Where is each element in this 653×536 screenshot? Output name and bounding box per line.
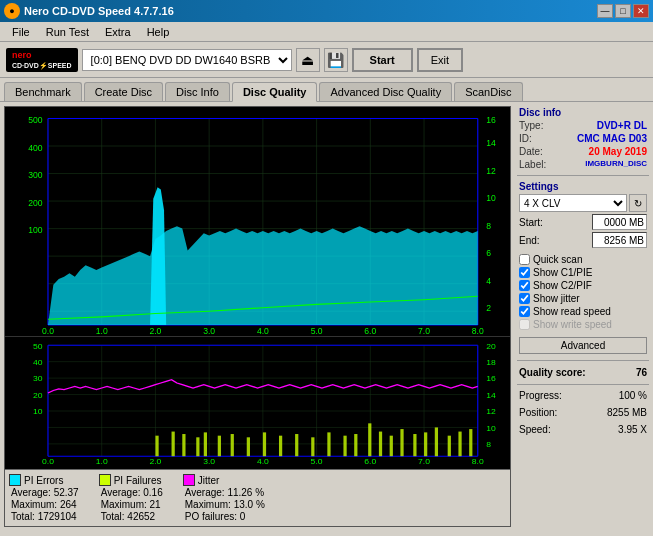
svg-rect-93: [247, 438, 250, 457]
svg-text:10: 10: [33, 409, 43, 417]
start-row: Start:: [517, 213, 649, 231]
advanced-button[interactable]: Advanced: [519, 337, 647, 354]
pi-failures-chart: 50 40 30 20 10 20 18 16 14 12 10 8 0.0 1…: [5, 337, 510, 469]
pi-failures-avg: Average: 0.16: [99, 487, 163, 498]
svg-rect-110: [469, 430, 472, 457]
show-write-speed-row: Show write speed: [517, 318, 649, 331]
svg-rect-101: [368, 424, 371, 457]
svg-text:0.0: 0.0: [42, 326, 54, 336]
pi-failures-max: Maximum: 21: [99, 499, 163, 510]
jitter-avg: Average: 11.26 %: [183, 487, 265, 498]
svg-text:500: 500: [28, 115, 42, 125]
svg-text:40: 40: [33, 359, 43, 367]
pi-errors-color: [9, 474, 21, 486]
toolbar: nero CD·DVD⚡SPEED [0:0] BENQ DVD DD DW16…: [0, 42, 653, 78]
save-icon[interactable]: 💾: [324, 48, 348, 72]
svg-rect-102: [379, 432, 382, 457]
right-panel: Disc info Type: DVD+R DL ID: CMC MAG D03…: [513, 102, 653, 531]
svg-text:8.0: 8.0: [472, 326, 484, 336]
refresh-icon[interactable]: ↻: [629, 194, 647, 212]
show-read-speed-checkbox[interactable]: [519, 306, 530, 317]
legend-jitter: Jitter Average: 11.26 % Maximum: 13.0 % …: [183, 474, 265, 522]
app-icon: ●: [4, 3, 20, 19]
svg-text:7.0: 7.0: [418, 458, 430, 466]
svg-rect-108: [448, 436, 451, 457]
tab-disc-info[interactable]: Disc Info: [165, 82, 230, 101]
menu-help[interactable]: Help: [139, 24, 178, 40]
svg-text:400: 400: [28, 142, 42, 152]
svg-text:1.0: 1.0: [96, 458, 108, 466]
menu-run-test[interactable]: Run Test: [38, 24, 97, 40]
progress-row: Progress: 100 %: [517, 389, 649, 402]
show-c1pie-checkbox[interactable]: [519, 267, 530, 278]
svg-rect-99: [343, 436, 346, 457]
svg-text:3.0: 3.0: [203, 458, 215, 466]
tab-disc-quality[interactable]: Disc Quality: [232, 82, 318, 102]
tab-benchmark[interactable]: Benchmark: [4, 82, 82, 101]
legend-pi-failures: PI Failures Average: 0.16 Maximum: 21 To…: [99, 474, 163, 522]
svg-text:10: 10: [486, 425, 496, 433]
svg-text:5.0: 5.0: [311, 458, 323, 466]
svg-text:10: 10: [486, 193, 496, 203]
svg-text:8: 8: [486, 220, 491, 230]
menu-file[interactable]: File: [4, 24, 38, 40]
svg-text:20: 20: [486, 343, 496, 351]
svg-text:4: 4: [486, 275, 491, 285]
jitter-label: Jitter: [198, 475, 220, 486]
speed-select[interactable]: 4 X CLV: [519, 194, 627, 212]
disc-date-row: Date: 20 May 2019: [517, 145, 649, 158]
svg-text:20: 20: [33, 392, 43, 400]
quick-scan-row: Quick scan: [517, 253, 649, 266]
maximize-button[interactable]: □: [615, 4, 631, 18]
svg-text:1.0: 1.0: [96, 326, 108, 336]
close-button[interactable]: ✕: [633, 4, 649, 18]
svg-text:0.0: 0.0: [42, 458, 54, 466]
start-field[interactable]: [592, 214, 647, 230]
eject-icon[interactable]: ⏏: [296, 48, 320, 72]
title-bar: ● Nero CD-DVD Speed 4.7.7.16 — □ ✕: [0, 0, 653, 22]
svg-text:3.0: 3.0: [203, 326, 215, 336]
svg-text:4.0: 4.0: [257, 326, 269, 336]
svg-text:4.0: 4.0: [257, 458, 269, 466]
svg-text:2.0: 2.0: [149, 458, 161, 466]
svg-rect-105: [413, 434, 416, 456]
checkboxes-section: Quick scan Show C1/PIE Show C2/PIF Show …: [517, 253, 649, 331]
pi-errors-total: Total: 1729104: [9, 511, 79, 522]
svg-rect-107: [435, 428, 438, 457]
svg-text:6: 6: [486, 248, 491, 258]
main-content: 500 400 300 200 100 16 14 12 10 8 6 4 2 …: [0, 101, 653, 531]
svg-text:8: 8: [486, 442, 491, 450]
quick-scan-checkbox[interactable]: [519, 254, 530, 265]
show-jitter-checkbox[interactable]: [519, 293, 530, 304]
svg-text:12: 12: [486, 165, 496, 175]
jitter-max: Maximum: 13.0 %: [183, 499, 265, 510]
svg-rect-95: [279, 436, 282, 457]
drive-select[interactable]: [0:0] BENQ DVD DD DW1640 BSRB: [82, 49, 292, 71]
menu-extra[interactable]: Extra: [97, 24, 139, 40]
svg-rect-97: [311, 438, 314, 457]
exit-button[interactable]: Exit: [417, 48, 463, 72]
settings-section: Settings 4 X CLV ↻ Start: End:: [517, 180, 649, 249]
speed-row-result: Speed: 3.95 X: [517, 423, 649, 436]
start-button[interactable]: Start: [352, 48, 413, 72]
pi-errors-max: Maximum: 264: [9, 499, 79, 510]
tab-create-disc[interactable]: Create Disc: [84, 82, 163, 101]
svg-text:14: 14: [486, 392, 496, 400]
svg-text:16: 16: [486, 376, 496, 384]
svg-marker-43: [48, 226, 478, 325]
svg-text:7.0: 7.0: [418, 326, 430, 336]
pi-failures-total: Total: 42652: [99, 511, 163, 522]
chart-legend: PI Errors Average: 52.37 Maximum: 264 To…: [5, 469, 510, 526]
end-field[interactable]: [592, 232, 647, 248]
svg-text:6.0: 6.0: [364, 326, 376, 336]
svg-rect-87: [172, 432, 175, 457]
tab-advanced-disc-quality[interactable]: Advanced Disc Quality: [319, 82, 452, 101]
settings-label: Settings: [517, 180, 649, 193]
svg-text:5.0: 5.0: [311, 326, 323, 336]
show-c2pif-checkbox[interactable]: [519, 280, 530, 291]
pi-errors-avg: Average: 52.37: [9, 487, 79, 498]
position-row: Position: 8255 MB: [517, 406, 649, 419]
tab-scandisc[interactable]: ScanDisc: [454, 82, 522, 101]
minimize-button[interactable]: —: [597, 4, 613, 18]
svg-text:8.0: 8.0: [472, 458, 484, 466]
